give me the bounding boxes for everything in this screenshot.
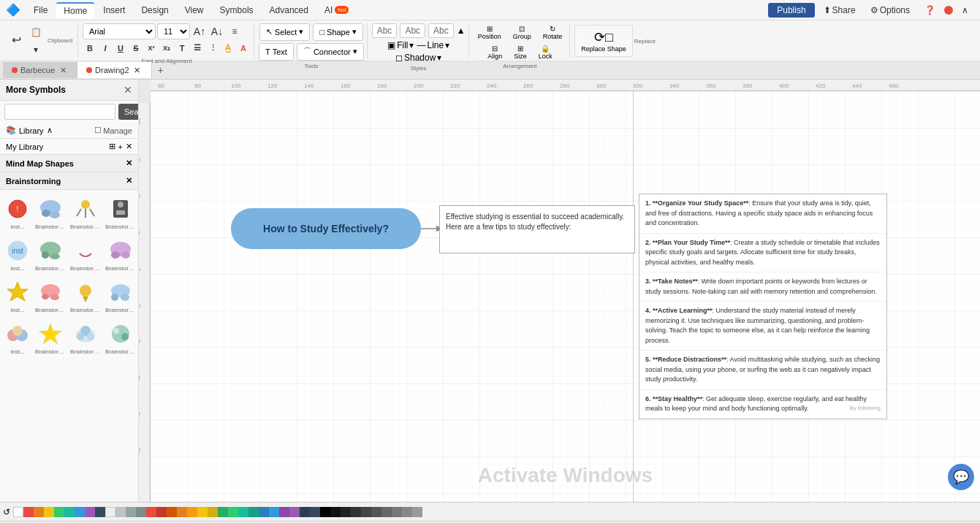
clipboard-expand[interactable]: ▾: [28, 42, 44, 58]
color-belize-hole[interactable]: [259, 507, 269, 517]
shape-tool[interactable]: □ Shape ▾: [313, 23, 362, 41]
italic-button[interactable]: I: [98, 41, 113, 56]
list-item[interactable]: Brainstorming: [69, 276, 102, 316]
line-dropdown[interactable]: ▾: [445, 40, 449, 50]
intro-text-box[interactable]: Effective studying is essential to succe…: [439, 205, 635, 253]
tab-barbecue-close[interactable]: ✕: [58, 65, 68, 75]
tab-drawing2-close[interactable]: ✕: [132, 65, 143, 75]
color-crimson[interactable]: [146, 507, 156, 517]
color-3[interactable]: [351, 507, 361, 517]
color-red[interactable]: [23, 507, 34, 517]
color-5[interactable]: [371, 507, 381, 517]
color-emerald[interactable]: [218, 507, 228, 517]
add-tab-button[interactable]: +: [152, 61, 170, 79]
color-purple[interactable]: [85, 507, 95, 517]
replace-shape-button[interactable]: ⟳□ Replace Shape: [574, 25, 633, 57]
color-light[interactable]: [105, 507, 115, 517]
menu-design[interactable]: Design: [134, 3, 175, 18]
superscript-button[interactable]: X²: [144, 41, 159, 56]
font-size-decrease[interactable]: A↓: [209, 23, 225, 39]
share-button[interactable]: ⬆ Share: [818, 3, 862, 18]
list-item[interactable]: Brainstorming: [34, 318, 67, 358]
color-green-sea[interactable]: [238, 507, 248, 517]
drawing-canvas[interactable]: How to Study Effectively? Effective stud…: [151, 91, 980, 502]
list-item[interactable]: Brainstorming: [34, 234, 67, 275]
list-item[interactable]: Brainstorming: [34, 276, 67, 316]
menu-ai[interactable]: AI hot: [317, 3, 356, 18]
back-button[interactable]: ↩: [6, 25, 26, 57]
color-dim-gray[interactable]: [136, 507, 146, 517]
content-box[interactable]: 1. **Organize Your Study Space**: Ensure…: [639, 194, 887, 419]
color-9[interactable]: [412, 507, 422, 517]
color-lemon[interactable]: [197, 507, 208, 517]
list-item[interactable]: Brainstorming: [104, 318, 137, 358]
list-button[interactable]: ☰: [190, 41, 205, 56]
list-item[interactable]: Brainstorming: [69, 193, 102, 233]
position-button[interactable]: ⊞ Position: [474, 23, 506, 42]
color-1[interactable]: [330, 507, 341, 517]
manage-button[interactable]: ☐ Manage: [94, 126, 132, 135]
text-tool[interactable]: T Text: [259, 43, 294, 61]
list-item[interactable]: inst...: [3, 276, 32, 316]
color-wisteria[interactable]: [279, 507, 289, 517]
text-format-button[interactable]: T: [175, 41, 189, 56]
color-white[interactable]: [13, 507, 23, 517]
publish-button[interactable]: Publish: [768, 3, 814, 18]
menu-insert[interactable]: Insert: [96, 3, 132, 18]
font-selector[interactable]: Arial: [83, 23, 156, 39]
color-2[interactable]: [341, 507, 351, 517]
color-blue[interactable]: [75, 507, 85, 517]
color-sunflower[interactable]: [187, 507, 197, 517]
brainstorming-section[interactable]: Brainstorming ✕: [0, 172, 138, 190]
select-tool[interactable]: ↖ Select ▾: [259, 23, 311, 41]
connector-tool[interactable]: ⌒ Connector ▾: [297, 43, 364, 61]
shadow-control[interactable]: ◻ Shadow ▾: [395, 53, 441, 63]
color-gold[interactable]: [208, 507, 218, 517]
highlight-button[interactable]: A̲: [221, 41, 235, 56]
list-item[interactable]: Brainstorming: [69, 234, 102, 275]
mind-map-section[interactable]: Mind Map Shapes ✕: [0, 155, 138, 172]
color-7[interactable]: [392, 507, 402, 517]
color-dark-red[interactable]: [156, 507, 167, 517]
font-color-button[interactable]: A: [236, 41, 251, 56]
group-button[interactable]: ⊡ Group: [509, 23, 536, 42]
mind-map-close[interactable]: ✕: [126, 159, 132, 168]
collapse-button[interactable]: ∧: [956, 3, 974, 18]
search-button[interactable]: Search: [118, 104, 139, 120]
color-gray[interactable]: [126, 507, 136, 517]
line-control[interactable]: — Line ▾: [417, 40, 449, 50]
color-peter-river[interactable]: [269, 507, 279, 517]
color-black[interactable]: [320, 507, 330, 517]
tab-barbecue[interactable]: Barbecue ✕: [3, 62, 77, 78]
strikethrough-button[interactable]: S: [129, 41, 143, 56]
color-8[interactable]: [402, 507, 412, 517]
color-wet-asphalt[interactable]: [310, 507, 320, 517]
menu-view[interactable]: View: [178, 3, 211, 18]
color-turquoise[interactable]: [248, 507, 259, 517]
list-item[interactable]: inst inst...: [3, 234, 32, 275]
my-lib-close-button[interactable]: ✕: [126, 142, 132, 151]
tab-drawing2[interactable]: Drawing2 ✕: [77, 62, 151, 78]
menu-home[interactable]: Home: [56, 2, 94, 18]
fill-control[interactable]: ▣ Fill ▾: [387, 40, 414, 50]
style-abc-3[interactable]: Abc: [428, 23, 454, 38]
my-lib-add-button[interactable]: +: [118, 142, 123, 151]
list-item[interactable]: Brainstorming: [104, 276, 137, 316]
study-bubble[interactable]: How to Study Effectively?: [231, 208, 421, 249]
color-teal[interactable]: [64, 507, 75, 517]
list-item[interactable]: inst...: [3, 318, 32, 358]
lock-button[interactable]: 🔒 Lock: [534, 43, 557, 61]
text-align[interactable]: ≡: [227, 23, 243, 39]
color-dark-orange[interactable]: [167, 507, 177, 517]
list-item[interactable]: ! inst...: [3, 193, 32, 233]
chat-button[interactable]: 💬: [948, 464, 974, 490]
list-item[interactable]: Brainstorming: [34, 193, 67, 233]
style-abc-1[interactable]: Abc: [372, 23, 398, 38]
color-nephritis[interactable]: [228, 507, 238, 517]
color-reset-icon[interactable]: ↺: [3, 507, 10, 517]
color-6[interactable]: [381, 507, 392, 517]
align-button[interactable]: ⊟ Align: [483, 43, 506, 61]
shadow-dropdown[interactable]: ▾: [437, 53, 441, 63]
color-4[interactable]: [361, 507, 371, 517]
color-yellow[interactable]: [44, 507, 54, 517]
